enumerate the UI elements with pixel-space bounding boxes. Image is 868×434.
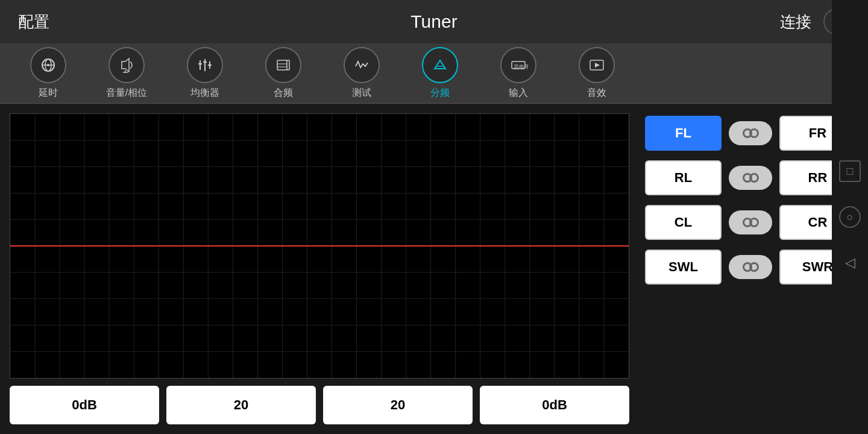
channel-row-fl-fr: FL FR (645, 116, 856, 151)
nav-item-crossover[interactable]: 分频 (404, 47, 476, 99)
square-button[interactable]: □ (839, 160, 861, 182)
freq-low-button[interactable]: 20 (166, 386, 316, 424)
nav-label-effects: 音效 (587, 87, 606, 99)
chain-pair-icon (743, 218, 759, 227)
rl-rr-link[interactable] (729, 166, 772, 190)
nav-label-crossover: 分频 (430, 87, 450, 99)
nav-item-input[interactable]: 高电平 输入 (482, 47, 555, 99)
gain-left-button[interactable]: 0dB (10, 386, 159, 424)
equalizer-icon (187, 47, 223, 83)
channel-row-rl-rr: RL RR (645, 160, 856, 195)
chart-area: 0dB 20 20 0dB (0, 104, 639, 434)
cl-cr-link[interactable] (729, 210, 772, 234)
fl-button[interactable]: FL (645, 116, 722, 151)
main-content: 0dB 20 20 0dB FL FR RL (0, 104, 868, 434)
nav-item-volume-phase[interactable]: 音量/相位 (90, 47, 163, 99)
chain-pair-icon (743, 262, 759, 272)
chart-grid (10, 114, 629, 378)
cl-button[interactable]: CL (645, 205, 722, 240)
svg-marker-4 (122, 58, 129, 72)
nav-label-input: 输入 (509, 87, 528, 99)
delay-icon (30, 47, 66, 83)
svg-rect-13 (277, 60, 289, 70)
chart-container[interactable] (10, 113, 629, 379)
swl-swr-link[interactable] (729, 255, 772, 279)
gain-right-button[interactable]: 0dB (480, 386, 629, 424)
nav-label-crossover-freq: 合频 (274, 87, 293, 99)
bottom-controls: 0dB 20 20 0dB (10, 386, 629, 424)
channel-row-cl-cr: CL CR (645, 205, 856, 240)
connect-label[interactable]: 连接 (780, 11, 811, 33)
nav-item-delay[interactable]: 延时 (12, 47, 84, 99)
nav-item-equalizer[interactable]: 均衡器 (169, 47, 241, 99)
config-button[interactable]: 配置 (18, 11, 139, 33)
chain-pair-icon (743, 128, 759, 138)
header: 配置 Tuner 连接 (0, 0, 868, 43)
chain-link-right (749, 262, 759, 272)
input-icon: 高电平 (500, 47, 536, 83)
nav-label-test: 测试 (352, 87, 371, 99)
crossover-icon (422, 47, 458, 83)
fl-fr-link[interactable] (729, 121, 772, 145)
circle-button[interactable]: ○ (839, 206, 861, 228)
nav-item-effects[interactable]: 音效 (561, 47, 633, 99)
rl-button[interactable]: RL (645, 160, 722, 195)
swl-button[interactable]: SWL (645, 250, 722, 285)
back-button[interactable]: ◁ (839, 252, 861, 274)
chain-pair-icon (743, 173, 759, 183)
test-icon (344, 47, 380, 83)
side-buttons: □ ○ ◁ (832, 0, 868, 434)
nav-label-equalizer: 均衡器 (190, 87, 219, 99)
volume-phase-icon (108, 47, 145, 83)
chain-link-right (749, 128, 759, 138)
nav-label-volume-phase: 音量/相位 (106, 87, 147, 99)
page-title: Tuner (410, 11, 457, 32)
nav-item-test[interactable]: 测试 (326, 47, 398, 99)
chain-link-right (749, 218, 759, 227)
freq-high-button[interactable]: 20 (323, 386, 473, 424)
crossover-freq-icon (265, 47, 301, 83)
chain-link-right (749, 173, 759, 183)
navbar: 延时 音量/相位 均衡器 (0, 43, 868, 104)
svg-marker-21 (595, 63, 600, 68)
nav-label-delay: 延时 (39, 87, 58, 99)
svg-text:高电平: 高电平 (514, 64, 528, 70)
nav-item-crossover-freq[interactable]: 合频 (247, 47, 319, 99)
channel-row-swl-swr: SWL SWR (645, 250, 856, 285)
svg-point-3 (47, 64, 49, 66)
effects-icon (579, 47, 615, 83)
